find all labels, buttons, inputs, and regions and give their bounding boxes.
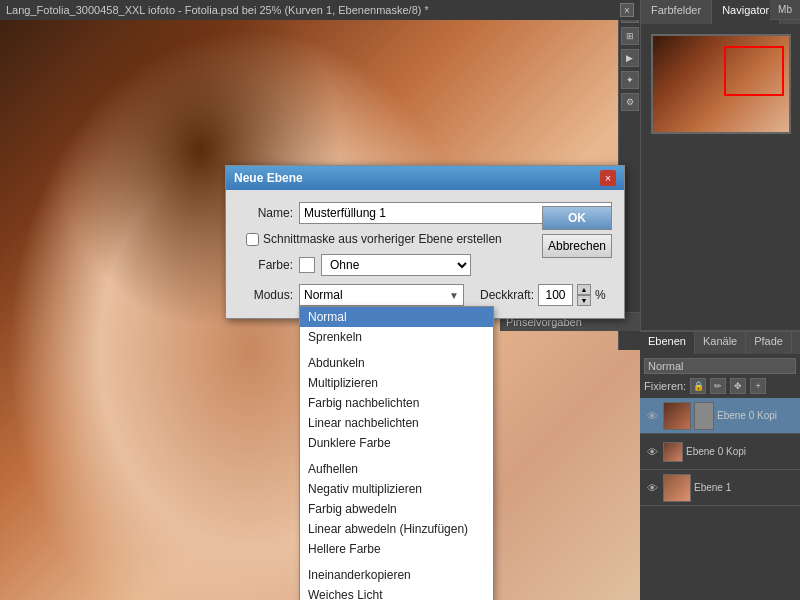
dialog-overlay: Neue Ebene × Name: Schnittmaske aus vorh… [0,0,640,600]
layer-thumb-2 [663,474,691,502]
dropdown-item-linear-nachbelichten[interactable]: Linear nachbelichten [300,413,493,433]
dialog-titlebar: Neue Ebene × [226,166,624,190]
navigator-viewport-box [724,46,784,96]
layer-row-1[interactable]: 👁 Ebene 0 Kopi [640,434,800,470]
dropdown-item-hellere-farbe[interactable]: Hellere Farbe [300,539,493,559]
layers-mode-input[interactable] [644,358,796,374]
add-layer-icon[interactable]: + [750,378,766,394]
farbe-select[interactable]: Ohne Rot Orange Gelb Grün Blau Violett G… [321,254,471,276]
name-label: Name: [238,206,293,220]
dropdown-item-dunklere-farbe[interactable]: Dunklere Farbe [300,433,493,453]
layers-panel: Ebenen Kanäle Pfade Fixieren: 🔒 ✏ ✥ + 👁 … [640,330,800,600]
farbe-swatch [299,257,315,273]
dropdown-item-linear-abwedeln[interactable]: Linear abwedeln (Hinzufügen) [300,519,493,539]
dropdown-item-aufhellen[interactable]: Aufhellen [300,459,493,479]
layer-mask-thumb-0 [694,402,714,430]
deckkraft-stepper: ▲ ▼ [577,284,591,306]
modus-value: Normal [304,288,343,302]
layer-row-2[interactable]: 👁 Ebene 1 [640,470,800,506]
schnittmaske-checkbox[interactable] [246,233,259,246]
layer-eye-2[interactable]: 👁 [644,480,660,496]
navigator-preview [651,34,791,134]
dialog-body: Name: Schnittmaske aus vorheriger Ebene … [226,190,624,318]
layers-mode-row [640,354,800,378]
dropdown-item-farbig-nachbelichten[interactable]: Farbig nachbelichten [300,393,493,413]
tab-pfade[interactable]: Pfade [746,332,792,354]
deckkraft-up-button[interactable]: ▲ [577,284,591,295]
dropdown-item-multiplizieren[interactable]: Multiplizieren [300,373,493,393]
layer-name-0: Ebene 0 Kopi [717,410,796,421]
percent-label: % [595,288,606,302]
dropdown-item-negativ-multiplizieren[interactable]: Negativ multiplizieren [300,479,493,499]
tab-kanaele[interactable]: Kanäle [695,332,746,354]
dropdown-item-farbig-abwedeln[interactable]: Farbig abwedeln [300,499,493,519]
tab-ebenen[interactable]: Ebenen [640,332,695,354]
dialog-title: Neue Ebene [234,171,303,185]
deckkraft-down-button[interactable]: ▼ [577,295,591,306]
deckkraft-input[interactable] [538,284,573,306]
brush-icon[interactable]: ✏ [710,378,726,394]
neue-ebene-dialog: Neue Ebene × Name: Schnittmaske aus vorh… [225,165,625,319]
dialog-buttons: OK Abbrechen [542,206,612,258]
layers-fixieren-label: Fixieren: [644,380,686,392]
farbe-label: Farbe: [238,258,293,272]
deckkraft-label: Deckkraft: [480,288,534,302]
move-icon[interactable]: ✥ [730,378,746,394]
modus-select-wrap: Normal ▼ Normal Sprenkeln Abdunkeln Mult… [299,284,464,306]
layers-opacity-row: Fixieren: 🔒 ✏ ✥ + [640,378,800,398]
layer-name-1: Ebene 0 Kopi [686,446,796,457]
modus-label: Modus: [238,288,293,302]
lock-icon[interactable]: 🔒 [690,378,706,394]
modus-arrow-icon: ▼ [449,290,459,301]
dropdown-item-ineinanderkopieren[interactable]: Ineinanderkopieren [300,565,493,585]
layers-header-tabs: Ebenen Kanäle Pfade [640,332,800,354]
mb-label: Mb [770,0,800,20]
dropdown-item-normal[interactable]: Normal [300,307,493,327]
abbrechen-button[interactable]: Abbrechen [542,234,612,258]
layer-thumb-0 [663,402,691,430]
dropdown-item-weiches-licht[interactable]: Weiches Licht [300,585,493,600]
modus-row: Modus: Normal ▼ Normal Sprenkeln Abdunke… [238,284,612,306]
tab-farbfelder[interactable]: Farbfelder [641,0,712,24]
dropdown-item-sprenkeln[interactable]: Sprenkeln [300,327,493,347]
schnittmaske-label: Schnittmaske aus vorheriger Ebene erstel… [263,232,502,246]
layer-name-2: Ebene 1 [694,482,796,493]
modus-select-button[interactable]: Normal ▼ [299,284,464,306]
layer-row-0[interactable]: 👁 Ebene 0 Kopi [640,398,800,434]
layer-thumb-1 [663,442,683,462]
modus-dropdown-list: Normal Sprenkeln Abdunkeln Multipliziere… [299,306,494,600]
ok-button[interactable]: OK [542,206,612,230]
dropdown-item-abdunkeln[interactable]: Abdunkeln [300,353,493,373]
layer-eye-1[interactable]: 👁 [644,444,660,460]
layer-eye-0[interactable]: 👁 [644,408,660,424]
deckkraft-group: Deckkraft: ▲ ▼ % [480,284,606,306]
dialog-close-button[interactable]: × [600,170,616,186]
